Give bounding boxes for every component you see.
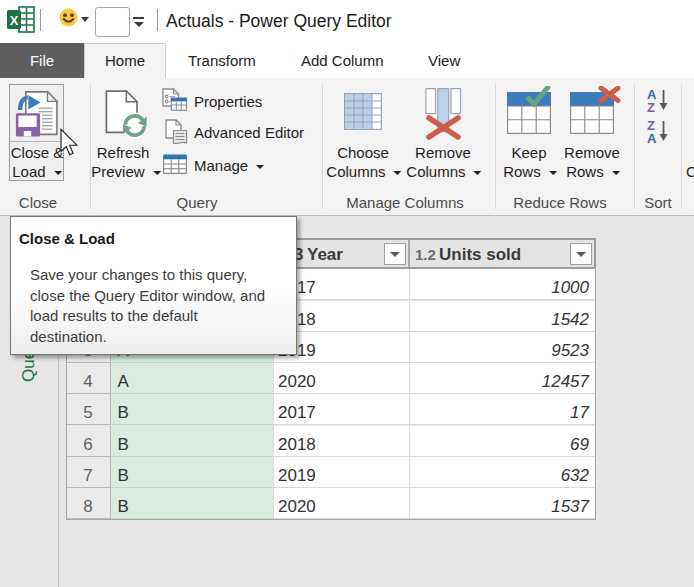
svg-text:Z: Z [647,100,655,114]
svg-text:A: A [647,131,657,145]
svg-text:X: X [10,13,19,28]
